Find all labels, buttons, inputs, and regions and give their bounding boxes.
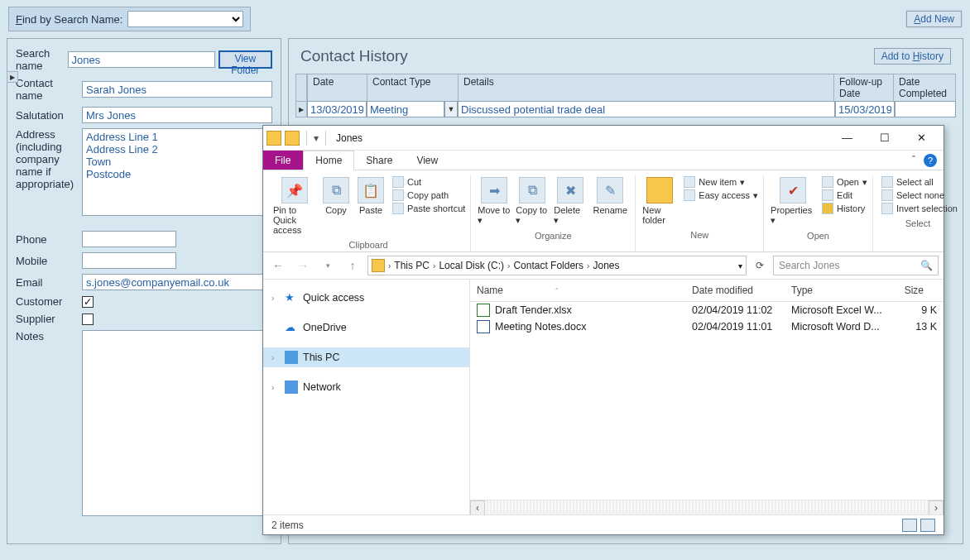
breadcrumb-segment[interactable]: Jones — [593, 260, 619, 271]
file-row[interactable]: Draft Tender.xlsx 02/04/2019 11:02 Micro… — [470, 302, 944, 318]
history-button[interactable]: History — [822, 202, 867, 215]
invert-selection-button[interactable]: Invert selection — [881, 202, 958, 215]
explorer-titlebar[interactable]: ▾ Jones — ☐ ✕ — [263, 126, 944, 151]
select-none-button[interactable]: Select none — [881, 189, 958, 202]
tab-share[interactable]: Share — [354, 151, 405, 170]
pin-quick-access-button[interactable]: 📌Pin to Quick access — [271, 175, 318, 237]
delete-button[interactable]: ✖Delete ▾ — [552, 175, 588, 227]
find-by-search-dropdown[interactable] — [127, 11, 243, 27]
nav-onedrive[interactable]: ☁OneDrive — [263, 318, 469, 337]
nav-network[interactable]: ›Network — [263, 377, 469, 397]
history-header-selector[interactable] — [295, 74, 307, 101]
search-name-input[interactable] — [68, 51, 215, 68]
navigation-pane: ›★Quick access ☁OneDrive ›This PC ›Netwo… — [263, 280, 470, 515]
rename-icon: ✎ — [597, 177, 623, 203]
quick-access-folder-icon[interactable] — [285, 131, 300, 146]
scroll-left-icon[interactable]: ‹ — [470, 500, 485, 515]
history-contact-type-input[interactable] — [367, 101, 444, 117]
mobile-input[interactable] — [82, 252, 176, 269]
select-all-icon — [881, 176, 893, 188]
history-col-date-completed[interactable]: Date Completed — [894, 74, 955, 101]
breadcrumb[interactable]: › This PC› Local Disk (C:)› Contact Fold… — [367, 256, 747, 275]
view-folder-button[interactable]: View Folder — [218, 50, 272, 69]
edit-button[interactable]: Edit — [822, 189, 867, 202]
tab-view[interactable]: View — [405, 151, 450, 170]
details-view-icon[interactable] — [902, 519, 917, 532]
search-placeholder: Search Jones — [779, 260, 839, 271]
address-textarea[interactable]: Address Line 1 Address Line 2 Town Postc… — [82, 128, 272, 216]
large-icons-view-icon[interactable] — [920, 519, 935, 532]
add-to-history-button[interactable]: Add to History — [874, 48, 951, 65]
history-details-input[interactable] — [458, 101, 835, 117]
col-name[interactable]: Name ˆ — [470, 283, 685, 298]
close-button[interactable]: ✕ — [903, 127, 940, 150]
select-all-button[interactable]: Select all — [881, 175, 958, 189]
copy-path-button[interactable]: Copy path — [392, 189, 465, 202]
horizontal-scrollbar[interactable]: ‹ › — [470, 500, 944, 515]
paste-shortcut-button[interactable]: Paste shortcut — [392, 202, 465, 215]
file-row[interactable]: Meeting Notes.docx 02/04/2019 11:01 Micr… — [470, 318, 944, 335]
copyto-icon: ⧉ — [519, 177, 545, 203]
scissors-icon — [392, 176, 404, 188]
file-column-headers: Name ˆ Date modified Type Size — [470, 280, 944, 302]
tab-home[interactable]: Home — [303, 151, 354, 170]
network-icon — [285, 381, 298, 394]
refresh-button[interactable]: ⟳ — [752, 257, 768, 274]
history-row-selector[interactable] — [295, 101, 307, 117]
copy-button[interactable]: ⧉Copy — [319, 175, 353, 217]
paste-button[interactable]: 📋Paste — [354, 175, 387, 217]
supplier-checkbox[interactable] — [82, 314, 94, 325]
nav-this-pc[interactable]: ›This PC — [263, 347, 469, 367]
dropdown-icon[interactable]: ▼ — [444, 101, 458, 117]
monitor-icon — [285, 351, 298, 364]
move-to-button[interactable]: ➡Move to ▾ — [476, 175, 512, 227]
qat-dropdown-icon[interactable]: ▾ — [314, 132, 319, 144]
new-item-icon — [684, 176, 695, 188]
window-title: Jones — [336, 132, 363, 144]
history-col-date[interactable]: Date — [308, 74, 367, 101]
col-date-modified[interactable]: Date modified — [685, 283, 785, 298]
breadcrumb-dropdown-icon[interactable]: ▾ — [738, 261, 742, 270]
cut-button[interactable]: Cut — [392, 175, 465, 189]
add-new-button[interactable]: Add New — [906, 11, 962, 27]
easy-access-button[interactable]: Easy access ▾ — [684, 189, 758, 202]
rename-button[interactable]: ✎Rename — [590, 175, 630, 217]
history-col-followup[interactable]: Follow-up Date — [834, 74, 894, 101]
history-row: ▼ — [307, 101, 956, 117]
help-icon[interactable]: ? — [924, 154, 937, 167]
contact-name-input[interactable] — [82, 81, 272, 98]
open-button[interactable]: Open ▾ — [822, 175, 867, 189]
nav-quick-access[interactable]: ›★Quick access — [263, 288, 469, 308]
history-date-input[interactable] — [307, 101, 367, 117]
customer-checkbox[interactable] — [82, 296, 94, 308]
new-item-button[interactable]: New item ▾ — [684, 175, 758, 189]
history-col-details[interactable]: Details — [459, 74, 834, 101]
breadcrumb-segment[interactable]: This PC — [394, 260, 430, 271]
record-selector-icon[interactable] — [7, 71, 18, 83]
nav-recent-dropdown[interactable]: ▾ — [318, 256, 338, 275]
breadcrumb-segment[interactable]: Contact Folders — [513, 260, 583, 271]
history-followup-input[interactable] — [835, 101, 895, 117]
scroll-right-icon[interactable]: › — [929, 500, 944, 515]
notes-textarea[interactable] — [82, 330, 272, 516]
email-input[interactable] — [82, 274, 272, 290]
col-type[interactable]: Type — [785, 283, 884, 298]
minimize-button[interactable]: — — [828, 127, 866, 150]
history-col-contact-type[interactable]: Contact Type — [367, 74, 459, 101]
explorer-search-input[interactable]: Search Jones 🔍 — [773, 256, 939, 275]
ribbon-collapse-icon[interactable]: ˆ — [912, 155, 915, 166]
salutation-input[interactable] — [82, 107, 272, 123]
history-date-completed-input[interactable] — [895, 101, 956, 117]
copy-to-button[interactable]: ⧉Copy to ▾ — [514, 175, 550, 227]
nav-back-button[interactable]: ← — [268, 256, 288, 275]
nav-up-button[interactable]: ↑ — [343, 256, 363, 275]
col-size[interactable]: Size — [884, 283, 930, 298]
new-folder-button[interactable]: New folder — [641, 175, 679, 227]
tab-file[interactable]: File — [263, 151, 303, 170]
phone-input[interactable] — [82, 231, 176, 247]
properties-button[interactable]: ✔Properties ▾ — [769, 175, 817, 227]
nav-forward-button[interactable]: → — [293, 256, 313, 275]
breadcrumb-segment[interactable]: Local Disk (C:) — [439, 260, 504, 271]
maximize-button[interactable]: ☐ — [866, 127, 903, 150]
edit-icon — [822, 189, 833, 201]
